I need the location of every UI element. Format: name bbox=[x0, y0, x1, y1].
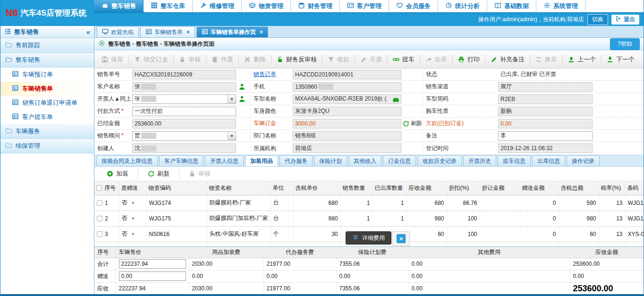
person-icon[interactable] bbox=[238, 95, 246, 102]
close-icon[interactable]: × bbox=[260, 29, 263, 35]
car-icon[interactable] bbox=[392, 96, 400, 104]
detail-tab-pickup-info[interactable]: 提车信息 bbox=[498, 155, 531, 166]
doc-tab-sales-order-page[interactable]: 车辆销售单操作页 × bbox=[196, 26, 268, 37]
field-settled-amount: 253600.00 bbox=[132, 119, 236, 128]
sidebar-item-renewal-management[interactable]: 续保管理 bbox=[0, 139, 94, 153]
row-checkbox[interactable] bbox=[97, 200, 102, 206]
sidebar-item-vehicle-preorder[interactable]: 车辆预订单 bbox=[0, 68, 94, 82]
sidebar-item-vehicle-service[interactable]: 车辆服务 bbox=[0, 124, 94, 139]
nav-item-base-data[interactable]: 基础数据 bbox=[487, 0, 536, 12]
detail-tab-invoice-history[interactable]: 开票历史 bbox=[463, 155, 496, 166]
field-purchase-type: 新购 bbox=[498, 107, 593, 116]
gift-select[interactable]: 否▼ bbox=[122, 199, 136, 207]
field-sales-consultant-select[interactable]: 贾▼ bbox=[132, 131, 236, 141]
close-icon[interactable]: × bbox=[397, 234, 406, 243]
add-accessory-button[interactable]: 加装 bbox=[97, 169, 138, 178]
sidebar-item-vehicle-sales-group[interactable]: 整车销售 bbox=[0, 53, 94, 68]
toolbar-finance-unaudit-button[interactable]: 财务反审核 bbox=[271, 54, 322, 65]
detail-tab-insurance-plan[interactable]: 保险计划 bbox=[314, 155, 347, 166]
toolbar-save-button[interactable]: 保存 bbox=[96, 54, 128, 65]
vehicle-price-gift-input[interactable] bbox=[119, 271, 186, 281]
toolbar-swap-vehicle-button[interactable]: 换车 bbox=[530, 54, 562, 65]
doc-tab-sales-order-list[interactable]: 车辆销售单 × bbox=[140, 26, 195, 37]
refresh-deposit-button[interactable]: 刷新 bbox=[403, 119, 422, 127]
toolbar-next-button[interactable]: 下一个 bbox=[602, 54, 640, 65]
switch-org-button[interactable]: 切换 bbox=[587, 14, 608, 25]
summary-row-receivable: 应收 222237.94 2030.00 21977.00 7355.06 0.… bbox=[94, 282, 644, 295]
detail-tab-other-income[interactable]: 其他收入 bbox=[348, 155, 381, 166]
fee-detail-toggle[interactable]: 详细费用 bbox=[346, 231, 391, 245]
select-all-checkbox[interactable] bbox=[96, 185, 102, 191]
logo-n8: N8 bbox=[6, 8, 18, 18]
field-label-body-color: 车身颜色 bbox=[250, 107, 293, 115]
nav-item-finance-management[interactable]: 财务管理 bbox=[291, 0, 340, 12]
grid-doc-icon bbox=[145, 28, 152, 36]
chevron-down-icon[interactable]: ▼ bbox=[228, 95, 236, 103]
toolbar-prev-button[interactable]: 上一个 bbox=[563, 54, 601, 65]
toolbar-invoice-button[interactable]: 开票 bbox=[355, 54, 387, 65]
toolbar-outbound-button[interactable]: 出库 bbox=[420, 54, 452, 65]
field-invoice-person-select[interactable]: 张▼ bbox=[132, 94, 236, 104]
nav-item-vehicle-warehouse[interactable]: 整车仓库 bbox=[144, 0, 193, 12]
sidebar-title: 整车销售 bbox=[14, 28, 39, 36]
row-checkbox[interactable] bbox=[97, 216, 102, 221]
field-label-debt: 欠款(已扣订金) bbox=[423, 119, 498, 127]
toolbar-void-button[interactable]: 作废 bbox=[206, 54, 238, 65]
logout-button[interactable]: 退出 bbox=[611, 15, 639, 25]
nav-item-statistics[interactable]: 统计分析 bbox=[438, 0, 487, 12]
nav-item-member-service[interactable]: 会员服务 bbox=[389, 0, 438, 12]
gift-select[interactable]: 否▼ bbox=[122, 230, 136, 238]
detail-tab-accessories[interactable]: 加装用品 bbox=[245, 155, 278, 166]
toolbar-add-remark-button[interactable]: 补充备注 bbox=[485, 54, 530, 65]
close-icon[interactable]: × bbox=[186, 29, 190, 35]
gift-select[interactable]: 否▼ bbox=[122, 245, 136, 246]
detail-tab-mortgage[interactable]: 按揭合同及上牌信息 bbox=[96, 155, 158, 166]
detail-tab-customer-vehicle[interactable]: 客户车辆信息 bbox=[159, 155, 203, 166]
window-bottom-border bbox=[0, 294, 644, 296]
sidebar-item-vehicle-sales-order[interactable]: 车辆销售单 bbox=[0, 82, 94, 96]
sidebar-item-sales-order-cancel-request[interactable]: 销售订单退订申请单 bbox=[0, 96, 94, 110]
nav-item-vehicle-sales[interactable]: 整车销售 bbox=[94, 0, 144, 12]
gift-select[interactable]: 否▼ bbox=[122, 214, 136, 222]
person-icon[interactable] bbox=[238, 83, 246, 90]
chevron-down-icon[interactable]: ▼ bbox=[228, 132, 236, 140]
toolbar-pickup-button[interactable]: 提车 bbox=[388, 54, 420, 65]
toolbar-print-button[interactable]: 打印 bbox=[453, 54, 485, 65]
nav-item-material-management[interactable]: 物资管理 bbox=[242, 0, 291, 12]
table-row: 1 否▼ WJG174 防爆膜前档-厂家 台 680 1 1 680 86.76… bbox=[94, 195, 644, 211]
field-payment-method[interactable]: 一次性付款 bbox=[132, 107, 236, 116]
chevron-down-icon: ▼ bbox=[131, 216, 136, 221]
sales-order-link[interactable]: 销售订单 bbox=[254, 71, 276, 77]
toolbar-delete-button[interactable]: 删除 bbox=[239, 54, 271, 65]
field-label-status: 状态 bbox=[423, 70, 498, 78]
field-label-sales-channel: 销售渠道 bbox=[423, 83, 498, 91]
detail-tab-deposit-info[interactable]: 订金信息 bbox=[383, 155, 416, 166]
nav-item-system-management[interactable]: 系统管理 bbox=[536, 0, 585, 12]
folder-icon bbox=[5, 41, 12, 50]
refresh-accessory-button[interactable]: 刷新 bbox=[138, 169, 179, 178]
vehicle-price-total-input[interactable] bbox=[119, 259, 186, 269]
nav-item-customer-management[interactable]: 客户管理 bbox=[340, 0, 389, 12]
field-phone: 1350960 bbox=[293, 82, 401, 92]
help-button[interactable]: ?帮助 bbox=[610, 38, 640, 50]
detail-tab-outbound-info[interactable]: 出库信息 bbox=[532, 155, 565, 166]
detail-tab-agency-service[interactable]: 代办服务 bbox=[280, 155, 313, 166]
toolbar-audit-button[interactable]: 审核 bbox=[174, 54, 206, 65]
doc-tab-welcome[interactable]: 欢迎光临 bbox=[97, 26, 139, 37]
row-checkbox[interactable] bbox=[97, 231, 102, 237]
field-label-department: 部门名称 bbox=[250, 132, 293, 140]
toolbar-renew-deposit-button[interactable]: 续交订金 bbox=[129, 54, 173, 65]
detail-tab-invoice-person[interactable]: 开票人信息 bbox=[205, 155, 244, 166]
detail-tab-operation-log[interactable]: 操作记录 bbox=[567, 155, 600, 166]
nav-item-repair-management[interactable]: 维修管理 bbox=[193, 0, 242, 12]
field-remark[interactable]: 李 bbox=[498, 131, 593, 141]
toolbar-collect-payment-button[interactable]: 收款 bbox=[322, 54, 355, 65]
wrench-icon bbox=[200, 2, 207, 10]
sidebar-item-customer-pickup[interactable]: 客户提车单 bbox=[0, 110, 94, 124]
sidebar-item-presale-tracking[interactable]: 售前跟踪 bbox=[0, 38, 94, 53]
sidebar-collapse-icon[interactable]: « bbox=[86, 28, 90, 36]
detail-tab-payment-history[interactable]: 收款历史记录 bbox=[417, 155, 462, 166]
funnel-icon bbox=[328, 56, 334, 63]
swap-icon bbox=[535, 56, 542, 63]
audit-accessory-button[interactable]: 审核 bbox=[179, 169, 220, 178]
